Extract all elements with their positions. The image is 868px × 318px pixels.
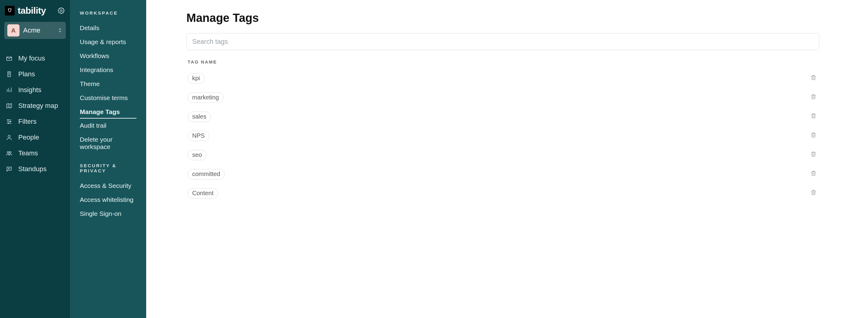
nav-item-my-focus[interactable]: My focus [0, 50, 70, 66]
tag-row: kpi [186, 69, 819, 88]
settings-group-heading: SECURITY & PRIVACY [80, 163, 136, 173]
delete-tag-button[interactable] [809, 92, 818, 103]
trash-icon [810, 188, 817, 198]
standups-icon [5, 166, 13, 172]
my-focus-icon [5, 55, 13, 62]
settings-group-heading: WORKSPACE [80, 10, 136, 15]
tag-row: NPS [186, 126, 819, 145]
nav-item-label: Filters [18, 118, 36, 126]
nav-item-filters[interactable]: Filters [0, 114, 70, 130]
delete-tag-button[interactable] [809, 130, 818, 142]
settings-item-theme[interactable]: Theme [80, 77, 136, 91]
chevron-up-down-icon [57, 28, 63, 33]
nav-item-label: People [18, 134, 39, 141]
settings-item-manage-tags[interactable]: Manage Tags [80, 105, 136, 118]
page-title: Manage Tags [186, 11, 819, 25]
nav-item-people[interactable]: People [0, 130, 70, 145]
strategy-map-icon [5, 102, 13, 109]
settings-item-terms[interactable]: Customise terms [80, 91, 136, 105]
nav-item-label: My focus [18, 55, 45, 62]
workspace-switcher[interactable]: A Acme [4, 22, 66, 39]
svg-point-1 [8, 119, 8, 120]
brand-mark-icon [5, 6, 14, 15]
svg-point-5 [7, 152, 9, 153]
people-icon [5, 134, 13, 141]
trash-icon [810, 112, 817, 121]
settings-item-usage[interactable]: Usage & reports [80, 35, 136, 49]
filters-icon [5, 118, 13, 125]
nav-item-label: Teams [18, 149, 38, 157]
delete-tag-button[interactable] [809, 149, 818, 161]
column-header-tag-name: TAG NAME [188, 59, 818, 65]
tag-pill[interactable]: NPS [188, 131, 209, 141]
tag-row: committed [186, 165, 819, 184]
settings-item-delete-ws[interactable]: Delete your workspace [80, 133, 136, 154]
svg-point-6 [9, 152, 11, 153]
plans-icon [5, 71, 13, 77]
sidebar-top-row: tability [0, 0, 70, 20]
tag-pill[interactable]: marketing [188, 93, 223, 103]
settings-item-access-sec[interactable]: Access & Security [80, 179, 136, 193]
svg-point-3 [8, 123, 9, 124]
nav-item-label: Plans [18, 70, 35, 78]
settings-item-details[interactable]: Details [80, 21, 136, 35]
svg-point-0 [60, 10, 62, 11]
nav-item-label: Insights [18, 86, 41, 94]
settings-item-sso[interactable]: Single Sign-on [80, 207, 136, 221]
delete-tag-button[interactable] [809, 187, 818, 199]
brand-name: tability [18, 5, 46, 16]
tag-list: kpimarketingsalesNPSseocommittedContent [186, 69, 819, 203]
tag-row: seo [186, 145, 819, 165]
svg-point-4 [8, 135, 10, 137]
tag-pill[interactable]: sales [188, 112, 211, 122]
trash-icon [810, 150, 817, 160]
nav-item-label: Standups [18, 165, 46, 173]
trash-icon [810, 93, 817, 102]
teams-icon [5, 150, 13, 156]
nav-item-teams[interactable]: Teams [0, 145, 70, 161]
settings-item-audit[interactable]: Audit trail [80, 118, 136, 133]
primary-sidebar: tability A Acme My focusPlansInsightsStr… [0, 0, 70, 318]
settings-sidebar: WORKSPACEDetailsUsage & reportsWorkflows… [70, 0, 146, 318]
settings-item-workflows[interactable]: Workflows [80, 49, 136, 63]
settings-item-integrations[interactable]: Integrations [80, 63, 136, 77]
tag-pill[interactable]: Content [188, 188, 218, 199]
delete-tag-button[interactable] [809, 168, 818, 180]
tag-row: marketing [186, 88, 819, 107]
trash-icon [810, 169, 817, 179]
trash-icon [810, 131, 817, 140]
nav-item-label: Strategy map [18, 102, 58, 110]
nav-item-standups[interactable]: Standups [0, 161, 70, 177]
workspace-avatar: A [7, 24, 20, 36]
svg-point-2 [10, 121, 11, 122]
main-content: Manage Tags TAG NAME kpimarketingsalesNP… [146, 0, 868, 318]
trash-icon [810, 74, 817, 83]
tag-row: Content [186, 184, 819, 203]
tag-pill[interactable]: seo [188, 150, 207, 160]
nav-item-insights[interactable]: Insights [0, 82, 70, 98]
delete-tag-button[interactable] [809, 72, 818, 84]
delete-tag-button[interactable] [809, 111, 818, 122]
tag-pill[interactable]: committed [188, 169, 225, 179]
settings-item-whitelist[interactable]: Access whitelisting [80, 193, 136, 207]
tag-pill[interactable]: kpi [188, 73, 205, 83]
primary-nav-list: My focusPlansInsightsStrategy mapFilters… [0, 43, 70, 177]
brand[interactable]: tability [5, 5, 46, 16]
workspace-name: Acme [23, 27, 54, 34]
gear-icon[interactable] [58, 7, 65, 14]
insights-icon [5, 86, 13, 93]
search-input[interactable] [186, 33, 819, 50]
nav-item-strategy-map[interactable]: Strategy map [0, 98, 70, 114]
tag-row: sales [186, 107, 819, 126]
nav-item-plans[interactable]: Plans [0, 66, 70, 82]
